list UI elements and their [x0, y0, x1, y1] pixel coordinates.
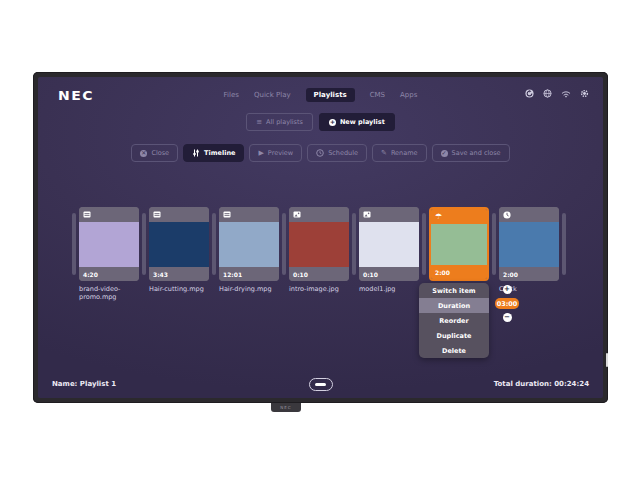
- duration-badge: 3:43: [149, 267, 209, 281]
- timeline-item-brand-video[interactable]: 4:20 brand-video-promo.mpg: [79, 207, 139, 302]
- film-icon: [223, 211, 231, 218]
- thumbnail: [219, 222, 279, 267]
- duration-badge: 2:00: [499, 267, 559, 281]
- play-icon: ▶: [258, 150, 263, 157]
- item-label: intro-image.jpg: [289, 285, 349, 293]
- wifi-icon[interactable]: [561, 90, 571, 98]
- umbrella-icon: ☂: [435, 213, 442, 221]
- timeline-cards: 4:20 brand-video-promo.mpg 3:43 Hair-cut…: [72, 207, 566, 302]
- selected-card[interactable]: ☂ 2:00: [429, 207, 489, 281]
- drag-handle[interactable]: [562, 213, 566, 275]
- menu-item-switch-item[interactable]: Switch item: [419, 283, 489, 298]
- timeline-item-hair-drying[interactable]: 12:01 Hair-drying.mpg: [219, 207, 279, 293]
- menu-item-delete[interactable]: Delete: [419, 343, 489, 358]
- schedule-button[interactable]: Schedule: [307, 144, 367, 162]
- clock-icon: [503, 211, 511, 219]
- drag-handle[interactable]: [72, 213, 76, 275]
- save-and-close-button[interactable]: ✓ Save and close: [432, 144, 510, 162]
- thumbnail: [359, 222, 419, 267]
- item-label: brand-video-promo.mpg: [79, 285, 139, 302]
- thumbnail: [79, 222, 139, 267]
- duration-stepper: + 03:00 −: [494, 285, 520, 322]
- menu-icon: ≡: [256, 119, 262, 126]
- increase-duration-button[interactable]: +: [503, 285, 512, 294]
- timeline-label: Timeline: [204, 149, 235, 157]
- gear-icon[interactable]: [580, 89, 589, 98]
- screen: NEC Files Quick Play Playlists CMS Apps: [38, 77, 603, 398]
- clock-icon: [316, 149, 324, 157]
- globe-icon[interactable]: [543, 89, 552, 98]
- sync-icon[interactable]: [525, 89, 534, 98]
- duration-badge: 12:01: [219, 267, 279, 281]
- all-playlists-button[interactable]: ≡ All playlists: [246, 113, 313, 131]
- timeline-item-model1[interactable]: 0:10 model1.jpg: [359, 207, 419, 293]
- monitor-badge: NEC: [271, 403, 301, 412]
- preview-label: Preview: [268, 149, 293, 157]
- film-icon: [153, 211, 161, 218]
- item-context-menu: Switch item Duration Reorder Duplicate D…: [419, 283, 489, 358]
- duration-badge: 2:00: [431, 265, 487, 279]
- timeline-item-clock[interactable]: 2:00 Clock: [499, 207, 559, 293]
- duration-badge: 0:10: [359, 267, 419, 281]
- drag-handle[interactable]: [492, 213, 496, 275]
- sliders-icon: [192, 149, 200, 157]
- item-label: Hair-drying.mpg: [219, 285, 279, 293]
- menu-item-reorder[interactable]: Reorder: [419, 313, 489, 328]
- rename-button[interactable]: ✎ Rename: [372, 144, 427, 162]
- bezel-notch: [606, 353, 608, 367]
- save-and-close-label: Save and close: [452, 149, 501, 157]
- drag-handle[interactable]: [422, 213, 426, 275]
- all-playlists-label: All playlists: [266, 118, 303, 126]
- tab-files[interactable]: Files: [224, 91, 239, 99]
- playlist-name: Name: Playlist 1: [52, 380, 116, 388]
- menu-item-duplicate[interactable]: Duplicate: [419, 328, 489, 343]
- duration-badge: 4:20: [79, 267, 139, 281]
- drag-handle[interactable]: [212, 213, 216, 275]
- film-icon: [83, 211, 91, 218]
- decrease-duration-button[interactable]: −: [503, 313, 512, 322]
- duration-value: 03:00: [495, 298, 520, 309]
- thumbnail: [499, 222, 559, 267]
- dash-icon: [315, 383, 326, 386]
- new-playlist-label: New playlist: [340, 118, 385, 126]
- drag-handle[interactable]: [142, 213, 146, 275]
- close-label: Close: [151, 149, 169, 157]
- menu-item-duration[interactable]: Duration: [419, 298, 489, 313]
- image-icon: [293, 211, 301, 218]
- total-duration: Total duration: 00:24:24: [494, 380, 589, 388]
- timeline-button[interactable]: Timeline: [183, 144, 244, 162]
- thumbnail: [431, 224, 487, 265]
- hide-toolbar-button[interactable]: [309, 378, 333, 391]
- duration-badge: 0:10: [289, 267, 349, 281]
- check-icon: ✓: [441, 150, 448, 157]
- tab-playlists[interactable]: Playlists: [306, 88, 355, 102]
- status-icons: [525, 89, 589, 98]
- top-nav: Files Quick Play Playlists CMS Apps: [38, 88, 603, 102]
- timeline-item-intro-image[interactable]: 0:10 intro-image.jpg: [289, 207, 349, 293]
- item-label: model1.jpg: [359, 285, 419, 293]
- timeline-item-weather[interactable]: ☂ 2:00 Weather: [429, 207, 489, 293]
- image-icon: [363, 211, 371, 218]
- new-playlist-button[interactable]: + New playlist: [319, 113, 395, 131]
- timeline-toolbar: ✕ Close Timeline ▶ Preview: [38, 144, 603, 162]
- rename-label: Rename: [391, 149, 418, 157]
- thumbnail: [149, 222, 209, 267]
- thumbnail: [289, 222, 349, 267]
- tab-quick-play[interactable]: Quick Play: [254, 91, 291, 99]
- close-icon: ✕: [140, 150, 147, 157]
- playlist-actions: ≡ All playlists + New playlist: [38, 113, 603, 131]
- pencil-icon: ✎: [381, 150, 387, 157]
- tab-apps[interactable]: Apps: [400, 91, 417, 99]
- tab-cms[interactable]: CMS: [370, 91, 385, 99]
- plus-icon: +: [329, 119, 336, 126]
- page: NEC Files Quick Play Playlists CMS Apps: [0, 0, 640, 480]
- schedule-label: Schedule: [328, 149, 358, 157]
- drag-handle[interactable]: [352, 213, 356, 275]
- monitor-frame: NEC Files Quick Play Playlists CMS Apps: [33, 72, 608, 403]
- drag-handle[interactable]: [282, 213, 286, 275]
- item-label: Hair-cutting.mpg: [149, 285, 209, 293]
- close-button[interactable]: ✕ Close: [131, 144, 178, 162]
- preview-button[interactable]: ▶ Preview: [249, 144, 302, 162]
- timeline-item-hair-cutting[interactable]: 3:43 Hair-cutting.mpg: [149, 207, 209, 293]
